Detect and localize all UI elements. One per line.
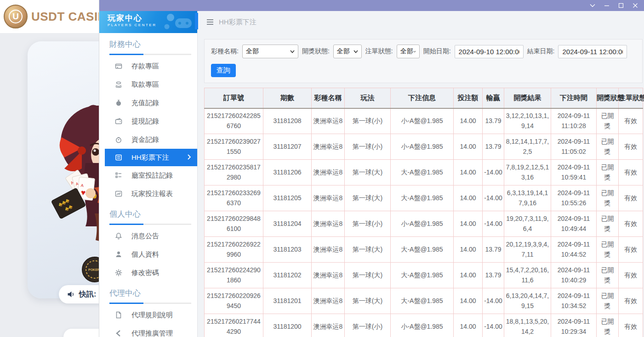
cell-win-loss: -14.00: [483, 288, 504, 314]
cell-win-loss: 13.79: [483, 134, 504, 160]
sidebar-item-player-bet-report[interactable]: 玩家投注報表: [99, 185, 197, 203]
sidebar-item-withdraw-area[interactable]: 取款專區: [99, 75, 197, 94]
lottery-filter-label: 彩種名稱:: [211, 47, 239, 56]
mascot-illustration: A ♥ A ♥ A ♥ ♣♣♣ ♣♣ POKER: [46, 103, 99, 296]
share-icon: [115, 330, 123, 337]
scrollbar-thumb[interactable]: [195, 13, 198, 29]
column-header: 期數: [263, 88, 312, 108]
sidebar-item-agent-promotion[interactable]: 代理推廣管理: [99, 324, 197, 337]
gear-icon: [115, 269, 123, 276]
end-date-input[interactable]: [558, 45, 627, 58]
cell-draw-result: 3,12,2,10,13,1,9,14: [504, 108, 551, 134]
cell-draw-status: 已開獎: [597, 288, 619, 314]
sidebar-item-room-bet-record[interactable]: 廳室投註記錄: [99, 166, 197, 185]
hamburger-icon[interactable]: [206, 19, 214, 25]
cell-lottery-name: 澳洲幸运8: [312, 314, 345, 337]
cell-bet-amount: 14.00: [454, 314, 483, 337]
cell-order-no: 2152172602269229960: [205, 237, 263, 263]
window-dropdown-button[interactable]: [585, 0, 599, 11]
column-header: 下注信息: [391, 88, 454, 108]
table-row: 2152172602422856760 31181208 澳洲幸运8 第一球(小…: [205, 108, 643, 134]
hand-coins-icon: [115, 81, 123, 88]
cell-order-status: 有效: [619, 263, 643, 288]
cell-bet-time: 2024-09-11 11:05:02: [551, 134, 597, 160]
cell-draw-status: 已開獎: [597, 263, 619, 288]
decorative-blob: [63, 329, 99, 337]
cell-draw-result: 18,8,1,13,5,20,14,2: [504, 314, 551, 337]
cell-draw-result: 6,13,20,4,14,7,9,15: [504, 288, 551, 314]
cell-bet-amount: 14.00: [454, 288, 483, 314]
news-ticker: 快訊:: [59, 285, 99, 303]
cell-order-no: 2152172602209269450: [205, 288, 263, 314]
sidebar-item-announcements[interactable]: 消息公告: [99, 227, 197, 245]
section-underline: [109, 54, 191, 55]
cell-bet-amount: 14.00: [454, 134, 483, 160]
window-close-button[interactable]: [628, 0, 642, 11]
sidebar-item-change-password[interactable]: 修改密碼: [99, 264, 197, 282]
cell-lottery-name: 澳洲幸运8: [312, 185, 345, 211]
cell-period: 31181207: [263, 134, 312, 160]
cell-bet-time: 2024-09-11 10:34:52: [551, 288, 597, 314]
coin-letter: U: [9, 10, 23, 23]
svg-text:♥: ♥: [80, 188, 86, 197]
cell-period: 31181208: [263, 108, 312, 134]
bell-icon: [115, 232, 123, 240]
cell-lottery-name: 澳洲幸运8: [312, 108, 345, 134]
filter-panel: 彩種名稱: 全部 開獎狀態: 全部 注單狀態: 全部 開始日期: 結束日期: 查…: [204, 39, 643, 83]
chevron-right-icon: [187, 154, 191, 160]
document-icon: [115, 311, 123, 319]
cell-order-no: 2152172602332696370: [205, 185, 263, 211]
sidebar-item-label: 取款專區: [131, 80, 159, 89]
column-header: 輸贏: [483, 88, 504, 108]
cell-order-no: 2152172602422856760: [205, 108, 263, 134]
cell-order-no: 2152172602242901860: [205, 263, 263, 288]
lottery-select[interactable]: 全部: [242, 45, 298, 58]
cell-period: 31181200: [263, 314, 312, 337]
cell-win-loss: 13.79: [483, 263, 504, 288]
table-row: 2152172602209269450 31181201 澳洲幸运8 第一球(大…: [205, 288, 643, 314]
poker-chip: POKER: [82, 257, 99, 282]
wallet-icon: [115, 118, 123, 125]
brand-name: USDT CASINO: [31, 10, 99, 24]
svg-text:POKER: POKER: [88, 268, 99, 271]
cell-lottery-name: 澳洲幸运8: [312, 160, 345, 185]
cell-bet-info: 大-A盤@1.985: [391, 288, 454, 314]
sidebar-item-label: 個人資料: [131, 250, 159, 259]
cell-period: 31181206: [263, 160, 312, 185]
chevron-down-icon: [413, 50, 416, 53]
order-status-select[interactable]: 全部: [397, 45, 420, 58]
sidebar-item-withdraw-record[interactable]: 提現記錄: [99, 112, 197, 130]
column-header: 投注額: [454, 88, 483, 108]
sidebar-item-deposit-area[interactable]: 存款專區: [99, 57, 197, 75]
sidebar-item-hh-lottery-bets[interactable]: HH彩票下注: [105, 149, 197, 166]
cell-draw-status: 已開獎: [597, 237, 619, 263]
draw-status-select-value: 全部: [337, 47, 350, 56]
cell-bet-time: 2024-09-11 11:10:28: [551, 108, 597, 134]
sidebar-item-recharge-record[interactable]: 充值記錄: [99, 94, 197, 112]
window-maximize-button[interactable]: [614, 0, 628, 11]
sidebar-item-agent-rules[interactable]: 代理規則說明: [99, 306, 197, 324]
cell-order-status: 有效: [619, 108, 643, 134]
cell-draw-status: 已開獎: [597, 160, 619, 185]
sidebar-item-label: 代理規則說明: [131, 311, 173, 320]
search-button[interactable]: 查詢: [211, 64, 236, 77]
sidebar-item-label: HH彩票下注: [131, 153, 169, 162]
lottery-select-value: 全部: [246, 47, 259, 56]
sidebar-item-label: 代理推廣管理: [131, 329, 173, 337]
draw-status-filter-label: 開獎狀態:: [302, 47, 330, 56]
order-status-filter-label: 注單狀態:: [365, 47, 393, 56]
window-minimize-button[interactable]: [599, 0, 614, 11]
sidebar-item-label: 玩家投注報表: [131, 190, 173, 198]
cell-bet-time: 2024-09-11 10:29:34: [551, 314, 597, 337]
cell-bet-amount: 14.00: [454, 160, 483, 185]
cell-order-no: 2152172602177444290: [205, 314, 263, 337]
cell-order-status: 有效: [619, 185, 643, 211]
usdt-coin-icon: U: [4, 5, 28, 28]
sidebar-item-funds-record[interactable]: 資金記錄: [99, 130, 197, 149]
table-row: 2152172602298486100 31181204 澳洲幸运8 第一球(小…: [205, 211, 643, 237]
cell-play-type: 第一球(大): [345, 237, 391, 263]
sidebar-item-profile[interactable]: 個人資料: [99, 245, 197, 264]
draw-status-select[interactable]: 全部: [333, 45, 362, 58]
start-date-input[interactable]: [455, 45, 524, 58]
cell-win-loss: 13.79: [483, 237, 504, 263]
